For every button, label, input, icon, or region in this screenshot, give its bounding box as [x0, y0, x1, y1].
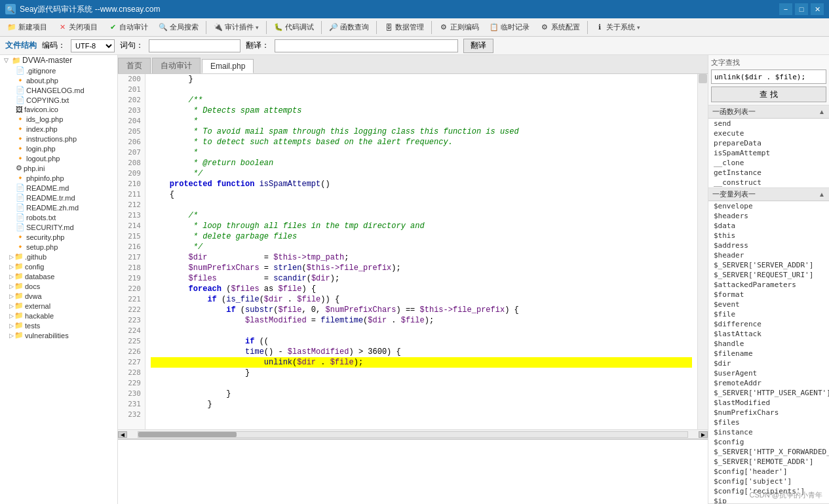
var-list-item[interactable]: $numPrefixChars	[708, 408, 829, 417]
tree-item[interactable]: ▷📁dvwa	[0, 291, 117, 301]
var-list-item[interactable]: $envelope	[708, 201, 829, 211]
translate-button[interactable]: 翻译	[463, 39, 493, 53]
sys-config-button[interactable]: ⚙ 系统配置	[535, 20, 585, 35]
audit-plugin-button[interactable]: 🔌 审计插件 ▾	[209, 20, 263, 35]
hscroll-bar[interactable]: ◂ ▸	[118, 429, 708, 438]
var-list-item[interactable]: $lastAttack	[708, 329, 829, 339]
temp-record-button[interactable]: 📋 临时记录	[485, 20, 534, 35]
var-list-item[interactable]: $config	[708, 437, 829, 447]
var-list-item[interactable]: $instance	[708, 427, 829, 437]
maximize-button[interactable]: □	[795, 3, 808, 15]
var-list-item[interactable]: $_SERVER['HTTP_USER_AGENT']	[708, 388, 829, 398]
tree-item[interactable]: 🔸about.php	[0, 75, 117, 85]
tree-item[interactable]: ▷📁docs	[0, 281, 117, 291]
var-list-item[interactable]: $lastModified	[708, 398, 829, 408]
var-list-item[interactable]: $userAgent	[708, 368, 829, 378]
var-list-item[interactable]: $address	[708, 241, 829, 250]
tree-root[interactable]: ▽ 📁 DVWA-master	[0, 55, 117, 66]
var-list-item[interactable]: $_SERVER['HTTP_X_FORWARDED_	[708, 447, 829, 457]
db-manage-button[interactable]: 🗄 数据管理	[379, 20, 429, 35]
hscroll-right[interactable]: ▸	[699, 431, 708, 438]
tree-item[interactable]: ▷📁vulnerabilities	[0, 330, 117, 340]
tree-item[interactable]: ▷📁.github	[0, 252, 117, 262]
var-list-item[interactable]: $header	[708, 250, 829, 260]
tree-item[interactable]: 📄SECURITY.md	[0, 222, 117, 232]
var-scroll-up[interactable]: ▲	[819, 191, 825, 198]
func-list-item[interactable]: __construct	[708, 178, 829, 187]
encoding-select[interactable]: UTF-8 GBK GB2312	[71, 39, 115, 52]
func-scroll-up[interactable]: ▲	[819, 108, 825, 115]
var-list-item[interactable]: $dir	[708, 359, 829, 368]
tree-item[interactable]: 🔸ids_log.php	[0, 114, 117, 124]
var-list-item[interactable]: $file	[708, 309, 829, 319]
var-list-item[interactable]: $filename	[708, 349, 829, 359]
tree-item[interactable]: 📄.gitignore	[0, 66, 117, 75]
search-button[interactable]: 查 找	[711, 87, 826, 102]
code-content[interactable]: } /** * Detects spam attempts * * To avo…	[145, 74, 697, 429]
tab[interactable]: 首页	[118, 58, 151, 73]
tree-item[interactable]: ▷📁database	[0, 271, 117, 281]
hscroll-track[interactable]	[138, 431, 688, 438]
var-list-item[interactable]: $event	[708, 300, 829, 309]
tree-item[interactable]: 🔸phpinfo.php	[0, 173, 117, 183]
vscroll-bar[interactable]	[697, 74, 708, 429]
var-list-item[interactable]: $format	[708, 290, 829, 300]
var-list-item[interactable]: $_SERVER['SERVER_ADDR']	[708, 260, 829, 270]
tree-item[interactable]: ⚙php.ini	[0, 163, 117, 173]
tree-item[interactable]: 🔸login.php	[0, 144, 117, 153]
var-list-item[interactable]: $_SERVER['REMOTE_ADDR']	[708, 457, 829, 467]
func-list-item[interactable]: getInstance	[708, 168, 829, 178]
tree-item[interactable]: 📄robots.txt	[0, 212, 117, 222]
tree-item[interactable]: 📄README.tr.md	[0, 193, 117, 203]
hscroll-thumb[interactable]	[138, 432, 237, 437]
var-list-item[interactable]: $_SERVER['REQUEST_URI']	[708, 270, 829, 280]
func-list-item[interactable]: execute	[708, 128, 829, 138]
tree-item[interactable]: 🔸logout.php	[0, 153, 117, 163]
code-debug-button[interactable]: 🐛 代码调试	[269, 20, 318, 35]
tree-item[interactable]: 📄CHANGELOG.md	[0, 85, 117, 95]
auto-audit-button[interactable]: ✔ 自动审计	[104, 20, 153, 35]
func-list-item[interactable]: send	[708, 119, 829, 128]
var-list-item[interactable]: $difference	[708, 319, 829, 329]
var-list-item[interactable]: $config['subject']	[708, 476, 829, 486]
func-list-item[interactable]: prepareData	[708, 138, 829, 148]
tree-item[interactable]: 📄README.zh.md	[0, 203, 117, 212]
var-list-item[interactable]: $attackedParameters	[708, 280, 829, 290]
tree-item[interactable]: 🖼favicon.ico	[0, 105, 117, 114]
tab[interactable]: 自动审计	[152, 58, 201, 73]
var-list-item[interactable]: $this	[708, 231, 829, 241]
var-list-item[interactable]: $handle	[708, 339, 829, 349]
var-list-item[interactable]: $data	[708, 221, 829, 231]
var-list-item[interactable]: $files	[708, 417, 829, 427]
close-button[interactable]: ✕	[811, 3, 824, 15]
tab[interactable]: Email.php	[202, 59, 254, 73]
tree-item[interactable]: 🔸setup.php	[0, 242, 117, 252]
tree-item[interactable]: 📄COPYING.txt	[0, 95, 117, 105]
new-project-button[interactable]: 📁 新建项目	[3, 20, 52, 35]
about-button[interactable]: ℹ 关于系统 ▾	[590, 20, 645, 35]
tree-item[interactable]: ▷📁tests	[0, 320, 117, 330]
var-list-item[interactable]: $headers	[708, 211, 829, 221]
title-bar-controls[interactable]: − □ ✕	[779, 3, 824, 15]
tree-item[interactable]: 🔸index.php	[0, 124, 117, 134]
var-list-item[interactable]: $remoteAddr	[708, 378, 829, 388]
func-query-button[interactable]: 🔎 函数查询	[324, 20, 374, 35]
regex-encode-button[interactable]: ⚙ 正则编码	[434, 20, 484, 35]
tree-item[interactable]: 🔸security.php	[0, 232, 117, 242]
minimize-button[interactable]: −	[779, 3, 792, 15]
var-list-item[interactable]: $config['header']	[708, 467, 829, 476]
tree-item[interactable]: 📄README.md	[0, 183, 117, 193]
hscroll-left[interactable]: ◂	[118, 431, 127, 438]
func-list-item[interactable]: isSpamAttempt	[708, 148, 829, 158]
word-input[interactable]	[149, 39, 241, 52]
tree-item[interactable]: ▷📁hackable	[0, 311, 117, 320]
translate-input[interactable]	[275, 39, 458, 52]
func-list-item[interactable]: __clone	[708, 158, 829, 168]
global-search-button[interactable]: 🔍 全局搜索	[154, 20, 203, 35]
search-input[interactable]	[711, 69, 826, 84]
tree-item[interactable]: 🔸instructions.php	[0, 134, 117, 144]
bottom-area[interactable]	[118, 438, 708, 504]
close-project-button[interactable]: ✕ 关闭项目	[53, 20, 102, 35]
tree-item[interactable]: ▷📁external	[0, 301, 117, 311]
tree-item[interactable]: ▷📁config	[0, 262, 117, 271]
